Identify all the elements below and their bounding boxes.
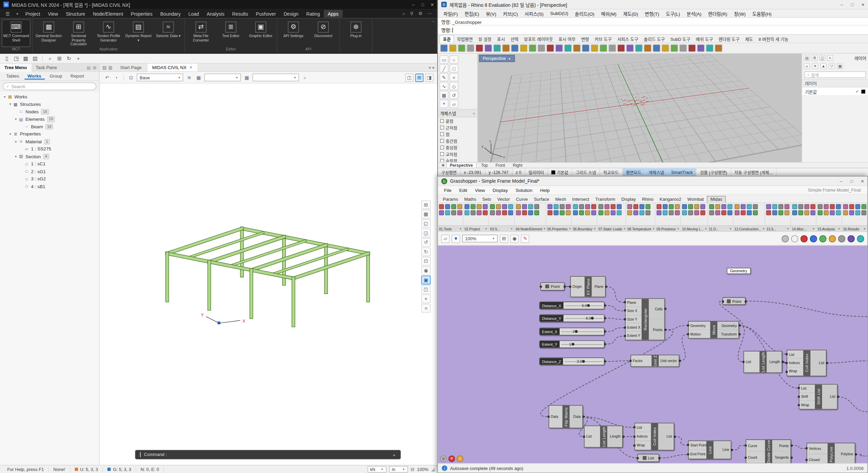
gh-component-icon[interactable]: [547, 204, 552, 209]
input-port[interactable]: [785, 362, 788, 364]
ribbon-button[interactable]: ▤Dynamic Report ▾: [124, 19, 153, 47]
gh-menu-item[interactable]: Help: [536, 187, 553, 193]
refresh-icon[interactable]: ↻: [65, 55, 73, 62]
gh-component-icon[interactable]: [688, 204, 693, 209]
gh-category-tab[interactable]: Vector: [495, 196, 513, 202]
gh-component-icon[interactable]: [516, 204, 521, 209]
window-layout-icon[interactable]: ▤: [102, 65, 107, 70]
gh-node-list-length[interactable]: ListList LengthLength: [584, 426, 623, 448]
search-icon[interactable]: ⌕: [403, 11, 405, 16]
gh-component-icon[interactable]: [451, 204, 456, 209]
gh-component-icon[interactable]: [502, 210, 508, 215]
input-port[interactable]: [805, 459, 807, 461]
output-port[interactable]: [673, 435, 676, 438]
gh-component-icon[interactable]: [559, 204, 564, 209]
gh-component-icon[interactable]: [465, 210, 470, 215]
viewport-tab[interactable]: Right: [510, 163, 526, 168]
input-port[interactable]: [798, 404, 800, 406]
zoom-level[interactable]: 100%: [417, 467, 428, 472]
gh-group-label[interactable]: 15.Analysis▼: [816, 225, 841, 231]
input-port[interactable]: [583, 435, 585, 438]
toolbar-icon[interactable]: [697, 44, 705, 52]
status-units[interactable]: 밀리미터: [525, 168, 548, 176]
view-dropdown[interactable]: Base▼: [137, 74, 183, 81]
window-split-icon[interactable]: ▥: [108, 65, 112, 70]
gh-node-rectangular[interactable]: PlaneSize XSize YExtent XExtent YRectang…: [625, 298, 665, 341]
preview-mode-icon[interactable]: [838, 235, 845, 242]
search-input[interactable]: ⌕ Search: [3, 82, 96, 90]
gh-component-icon[interactable]: [627, 210, 632, 215]
active-view-toggle-icon[interactable]: ⊞: [415, 73, 423, 81]
toolbar-icon[interactable]: [555, 44, 563, 52]
document-tab[interactable]: Start Page: [115, 64, 147, 71]
preview-sphere-icon[interactable]: ◍: [440, 455, 447, 462]
output-port[interactable]: [604, 343, 606, 345]
side-tool-icon[interactable]: □: [450, 64, 459, 72]
maximize-icon[interactable]: □: [421, 2, 424, 7]
input-port[interactable]: [540, 286, 542, 288]
ribbon-button[interactable]: ⊘Disconnect: [309, 19, 338, 47]
gh-component-icon[interactable]: [477, 204, 482, 209]
menu-item[interactable]: Node/Element: [89, 10, 127, 17]
gh-group-label[interactable]: 14.Misc...▼: [791, 225, 816, 231]
viewport-tab[interactable]: Top: [478, 163, 491, 168]
render-toggle-icon[interactable]: ◨: [425, 73, 433, 81]
gh-group-label[interactable]: 05.Properties▼: [546, 225, 571, 231]
toolbar-icon[interactable]: [449, 44, 457, 52]
gh-node-point[interactable]: Point: [722, 297, 745, 305]
gh-component-icon[interactable]: [516, 210, 521, 215]
panel-tab-icon[interactable]: ⚙: [811, 55, 818, 61]
gh-node-flip-matrix[interactable]: DataFlip MatrixData: [549, 405, 583, 428]
force-unit-select[interactable]: kN▼: [367, 466, 386, 473]
slider-knob[interactable]: [572, 343, 574, 345]
layer-down-icon[interactable]: ▽: [829, 63, 835, 69]
viewport-title-tab[interactable]: Perspective▼: [479, 55, 515, 62]
gh-component-icon[interactable]: [766, 204, 771, 209]
grid-icon[interactable]: ▦: [195, 75, 202, 80]
gh-component-icon[interactable]: [522, 204, 527, 209]
gh-component-icon[interactable]: [715, 204, 720, 209]
status-toggle[interactable]: 평면모드: [623, 168, 645, 176]
output-port[interactable]: [664, 328, 666, 331]
viewport-tool-icon[interactable]: ⊞: [421, 200, 431, 209]
named-view-dropdown[interactable]: ▼: [253, 74, 299, 81]
gh-component-icon[interactable]: [528, 210, 533, 215]
input-port[interactable]: [636, 457, 639, 459]
menu-item[interactable]: Rating: [302, 10, 324, 17]
tree-item[interactable]: ▼▧Section4: [0, 153, 99, 160]
status-toggle[interactable]: 그리드 스냅: [572, 168, 600, 176]
gh-component-icon[interactable]: [688, 210, 693, 215]
output-port[interactable]: [738, 333, 741, 335]
menu-item[interactable]: Project: [21, 10, 44, 17]
gh-component-icon[interactable]: [471, 204, 476, 209]
command-prompt[interactable]: 명령:: [438, 26, 868, 35]
panel-list-icon[interactable]: ▤: [87, 65, 91, 70]
disable-icon[interactable]: ✕: [448, 455, 455, 462]
gh-group-label[interactable]: 11.D...▼: [708, 225, 733, 231]
tree-expand-icon[interactable]: ▼: [13, 140, 18, 143]
toolbar-icon[interactable]: [582, 44, 590, 52]
gh-component-icon[interactable]: [534, 210, 539, 215]
gh-component-icon[interactable]: [646, 210, 651, 215]
gh-component-icon[interactable]: [849, 204, 854, 209]
rhino-menu-item[interactable]: 솔리드(O): [572, 10, 598, 17]
osnap-more-icon[interactable]: »: [473, 111, 475, 115]
layer-row[interactable]: 기본값✓: [802, 87, 868, 96]
rhino-menu-item[interactable]: 파일(F): [440, 10, 461, 17]
osnap-checkbox[interactable]: [440, 145, 444, 149]
slider-knob[interactable]: [587, 304, 590, 307]
toolbar-icon[interactable]: [653, 44, 660, 52]
gh-node-xy-plane[interactable]: OriginXY PlanePlane: [570, 276, 606, 297]
rhino-menu-item[interactable]: 서피스(S): [521, 10, 547, 17]
gh-component-icon[interactable]: [534, 204, 539, 209]
viewport-tool-icon[interactable]: ◱: [421, 219, 431, 228]
gh-component-icon[interactable]: [721, 210, 726, 215]
panel-subtab[interactable]: Report: [67, 72, 87, 80]
command-bar[interactable]: Command : ▲: [135, 450, 401, 459]
gh-component-icon[interactable]: [565, 210, 570, 215]
rhino-toolbar-tab[interactable]: 렌더링 도구: [716, 35, 742, 42]
ribbon-button[interactable]: ▦General Section Designer: [34, 19, 63, 47]
tree-expand-icon[interactable]: ▼: [8, 102, 13, 106]
viewport-tool-icon[interactable]: ⌖: [421, 294, 431, 303]
gh-component-icon[interactable]: [509, 210, 514, 215]
